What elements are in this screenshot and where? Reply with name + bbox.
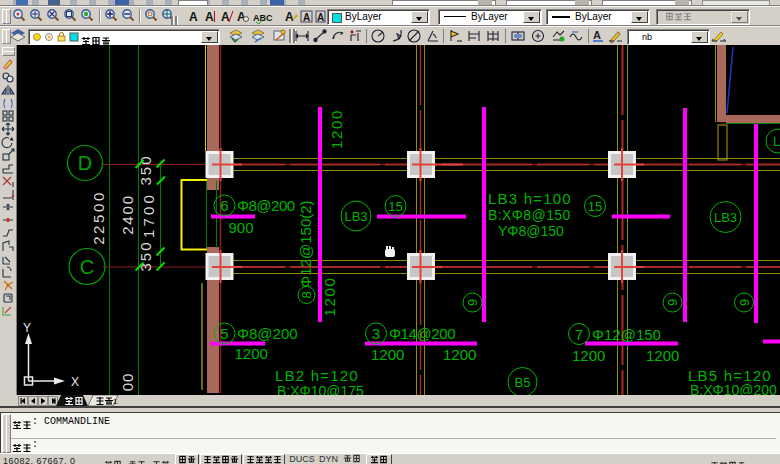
svg-text:A: A <box>303 12 310 23</box>
svg-text:Φ12@150: Φ12@150 <box>592 326 661 343</box>
svg-text:LB3 h=100: LB3 h=100 <box>488 190 572 207</box>
svg-text:15: 15 <box>588 199 602 214</box>
svg-text:B:XΦ10@200: B:XΦ10@200 <box>690 382 777 395</box>
svg-text:LB3: LB3 <box>714 210 737 225</box>
svg-text:A: A <box>205 10 214 24</box>
svg-text:X: X <box>71 375 79 389</box>
svg-text:LB: LB <box>773 134 780 149</box>
svg-text:Φ8@200: Φ8@200 <box>237 325 298 342</box>
svg-text:1700: 1700 <box>140 192 157 238</box>
svg-text:350: 350 <box>137 154 154 185</box>
svg-text:C: C <box>80 256 94 278</box>
svg-text:Φ14@200: Φ14@200 <box>389 325 455 342</box>
svg-text:Φ12@150(2): Φ12@150(2) <box>297 200 314 287</box>
svg-text:6: 6 <box>220 197 228 214</box>
svg-text:1200: 1200 <box>328 109 345 149</box>
svg-text:7: 7 <box>575 326 583 343</box>
svg-text:Y: Y <box>23 321 31 335</box>
svg-text:8: 8 <box>299 291 314 298</box>
svg-text:B5: B5 <box>515 375 531 390</box>
svg-text:5: 5 <box>220 325 228 342</box>
svg-text:1200: 1200 <box>646 347 679 364</box>
svg-text:3: 3 <box>372 325 380 342</box>
svg-text:9: 9 <box>665 299 680 306</box>
svg-text:A: A <box>189 10 198 24</box>
svg-text:2400: 2400 <box>119 194 136 235</box>
svg-text:LB3: LB3 <box>344 209 367 224</box>
svg-text:15: 15 <box>388 199 402 214</box>
svg-text:D: D <box>78 152 92 174</box>
svg-text:9: 9 <box>465 299 480 306</box>
svg-text:1: 1 <box>113 397 118 406</box>
svg-text:00: 00 <box>119 373 136 391</box>
svg-text:B:XΦ8@150: B:XΦ8@150 <box>488 207 571 223</box>
svg-text:900: 900 <box>229 219 254 236</box>
svg-text:ABC: ABC <box>253 13 273 23</box>
svg-text:A: A <box>317 12 324 23</box>
svg-text:LB2 h=120: LB2 h=120 <box>275 367 359 384</box>
svg-text:A: A <box>221 10 230 24</box>
svg-text:1200: 1200 <box>443 346 476 363</box>
svg-text:9: 9 <box>737 299 752 306</box>
svg-text:A: A <box>593 29 601 41</box>
svg-text:22500: 22500 <box>90 190 107 245</box>
svg-text:1200: 1200 <box>321 276 338 316</box>
svg-text:1200: 1200 <box>235 345 268 362</box>
svg-text:YΦ8@150: YΦ8@150 <box>498 223 564 239</box>
svg-text:1200: 1200 <box>371 346 404 363</box>
svg-text:1200: 1200 <box>572 347 605 364</box>
svg-text:B:XΦ10@175: B:XΦ10@175 <box>277 383 364 395</box>
svg-text:Φ8@200: Φ8@200 <box>237 197 295 214</box>
svg-text:A: A <box>285 10 294 24</box>
